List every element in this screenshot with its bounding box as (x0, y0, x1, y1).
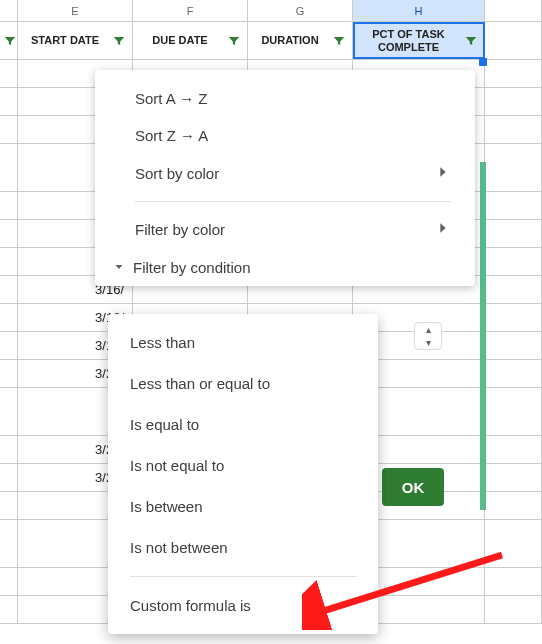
condition-not-equal[interactable]: Is not equal to (108, 445, 378, 486)
filter-button-d[interactable] (0, 22, 18, 59)
header-duration[interactable]: DURATION (248, 22, 353, 59)
sort-az[interactable]: Sort A → Z (95, 80, 475, 117)
divider (130, 576, 356, 577)
chevron-down-icon: ▾ (426, 336, 431, 349)
header-label: DURATION (252, 34, 328, 46)
filter-icon (1, 32, 19, 50)
filter-menu-popup: Sort A → Z Sort Z → A Sort by color Filt… (95, 70, 475, 286)
ok-button[interactable]: OK (382, 468, 444, 506)
menu-label: Sort by color (135, 165, 219, 182)
chevron-right-icon (435, 220, 451, 239)
header-label: START DATE (22, 34, 108, 46)
header-start-date[interactable]: START DATE (18, 22, 133, 59)
col-letter-d[interactable] (0, 0, 18, 21)
filter-icon[interactable] (462, 32, 480, 50)
selection-handle[interactable] (479, 58, 487, 66)
button-label: OK (402, 479, 425, 496)
menu-label: Sort A → Z (135, 90, 208, 107)
condition-stepper[interactable]: ▴ ▾ (414, 322, 442, 350)
divider (135, 201, 451, 202)
filter-icon[interactable] (225, 32, 243, 50)
progress-strip (480, 162, 486, 510)
header-empty (485, 22, 542, 59)
header-label: DUE DATE (137, 34, 223, 46)
header-pct-complete[interactable]: PCT OF TASK COMPLETE (353, 22, 485, 59)
sort-za[interactable]: Sort Z → A (95, 117, 475, 154)
col-letter-e[interactable]: E (18, 0, 133, 21)
filter-icon[interactable] (110, 32, 128, 50)
header-row: START DATE DUE DATE DURATION PCT OF TASK… (0, 22, 542, 60)
condition-equal[interactable]: Is equal to (108, 404, 378, 445)
menu-label: Filter by condition (133, 259, 251, 276)
chevron-up-icon: ▴ (426, 323, 431, 336)
condition-between[interactable]: Is between (108, 486, 378, 527)
menu-label: Filter by color (135, 221, 225, 238)
chevron-right-icon (435, 164, 451, 183)
sort-by-color[interactable]: Sort by color (95, 154, 475, 193)
filter-by-color[interactable]: Filter by color (95, 210, 475, 249)
filter-icon[interactable] (330, 32, 348, 50)
col-letter-i[interactable] (485, 0, 542, 21)
condition-less-than[interactable]: Less than (108, 322, 378, 363)
column-letters-row: E F G H (0, 0, 542, 22)
condition-not-between[interactable]: Is not between (108, 527, 378, 568)
condition-custom-formula[interactable]: Custom formula is (108, 585, 378, 626)
condition-less-than-equal[interactable]: Less than or equal to (108, 363, 378, 404)
menu-label: Sort Z → A (135, 127, 208, 144)
condition-dropdown: Less than Less than or equal to Is equal… (108, 314, 378, 634)
filter-by-condition[interactable]: Filter by condition (95, 249, 475, 286)
header-label: PCT OF TASK COMPLETE (357, 28, 460, 52)
col-letter-g[interactable]: G (248, 0, 353, 21)
header-due-date[interactable]: DUE DATE (133, 22, 248, 59)
triangle-down-icon (113, 259, 125, 276)
col-letter-f[interactable]: F (133, 0, 248, 21)
col-letter-h[interactable]: H (353, 0, 485, 21)
